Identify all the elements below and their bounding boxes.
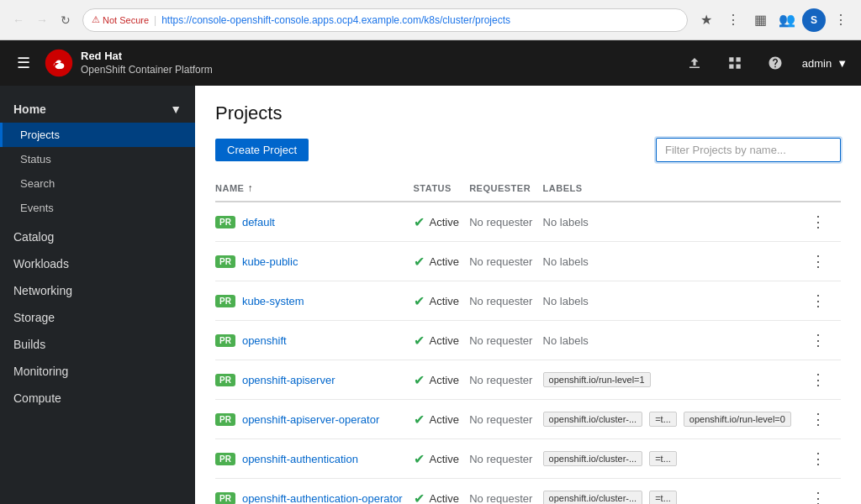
row-actions-button[interactable]: ⋮ (806, 250, 831, 272)
labels-cell: openshift.io/cluster-...=t...openshift.i… (543, 412, 795, 427)
sidebar-item-home[interactable]: Home ▼ (0, 96, 195, 123)
forward-button[interactable]: → (32, 10, 52, 30)
sidebar-item-builds[interactable]: Builds (0, 331, 195, 358)
label-tag: =t... (649, 451, 677, 466)
dropdown-icon: ▼ (837, 57, 848, 70)
requester-value: No requester (469, 453, 532, 465)
help-icon (768, 55, 783, 71)
project-name-cell: PR default (215, 202, 414, 242)
browser-menu-button[interactable]: ⋮ (721, 8, 745, 32)
requester-value: No requester (469, 374, 532, 386)
label-tag: openshift.io/cluster-... (543, 491, 643, 504)
status-text: Active (430, 413, 459, 426)
status-text: Active (430, 216, 459, 228)
hamburger-menu-button[interactable]: ☰ (13, 50, 34, 76)
sidebar-item-compute[interactable]: Compute (0, 385, 195, 412)
sidebar-item-storage[interactable]: Storage (0, 304, 195, 331)
help-button[interactable] (762, 50, 789, 76)
status-cell: ✔ Active (414, 400, 470, 439)
active-status-icon: ✔ (414, 333, 425, 349)
filter-input[interactable] (656, 138, 841, 162)
svg-rect-5 (736, 65, 740, 69)
project-link[interactable]: kube-system (242, 295, 304, 307)
sidebar-item-networking[interactable]: Networking (0, 277, 195, 304)
requester-value: No requester (469, 334, 532, 347)
project-name-cell: PR openshift (215, 321, 414, 360)
pr-badge: PR (215, 492, 235, 505)
labels-cell: openshift.io/cluster-...=t... (543, 439, 806, 479)
user-menu-button[interactable]: admin ▼ (802, 57, 848, 70)
table-row: PR openshift-authentication ✔ Active No … (215, 439, 841, 479)
address-bar[interactable]: ⚠ Not Secure | https://console-openshift… (82, 8, 688, 32)
status-cell: ✔ Active (414, 242, 470, 281)
grid-icon (727, 55, 742, 71)
label-tag: openshift.io/run-level=1 (543, 372, 651, 387)
actions-cell: ⋮ (806, 360, 841, 400)
actions-cell: ⋮ (806, 400, 841, 439)
svg-rect-1 (689, 67, 700, 69)
labels-value: No labels (543, 334, 589, 347)
sidebar-item-catalog[interactable]: Catalog (0, 223, 195, 250)
not-secure-indicator: ⚠ Not Secure (92, 14, 149, 25)
project-link[interactable]: kube-public (242, 255, 298, 268)
row-actions-button[interactable]: ⋮ (806, 408, 831, 430)
row-actions-button[interactable]: ⋮ (806, 290, 831, 312)
status-cell: ✔ Active (414, 281, 470, 321)
labels-value: No labels (543, 216, 589, 228)
active-status-icon: ✔ (414, 214, 425, 230)
status-text: Active (430, 492, 459, 505)
url-text: https://console-openshift-console.apps.o… (161, 14, 510, 26)
sidebar-item-label: Projects (20, 129, 60, 141)
row-actions-button[interactable]: ⋮ (806, 211, 831, 233)
sidebar-item-projects[interactable]: Projects (0, 123, 195, 147)
labels-cell: No labels (543, 281, 806, 321)
project-link[interactable]: openshift-apiserver (242, 374, 335, 386)
active-status-icon: ✔ (414, 254, 425, 270)
extensions-button[interactable]: ▦ (748, 8, 772, 32)
project-link[interactable]: default (242, 216, 275, 228)
status-cell: ✔ Active (414, 439, 470, 479)
label-tag: openshift.io/cluster-... (543, 412, 643, 427)
reload-button[interactable]: ↻ (55, 10, 76, 30)
grid-button[interactable] (721, 50, 748, 76)
sidebar-item-workloads[interactable]: Workloads (0, 250, 195, 277)
chevron-down-icon: ▼ (170, 102, 182, 116)
create-project-button[interactable]: Create Project (215, 139, 309, 161)
project-link[interactable]: openshift (242, 334, 287, 347)
row-actions-button[interactable]: ⋮ (806, 487, 831, 504)
project-link[interactable]: openshift-authentication-operator (242, 492, 403, 505)
sidebar-item-status[interactable]: Status (0, 147, 195, 171)
svg-rect-3 (736, 57, 740, 61)
profile-button[interactable]: 👥 (775, 8, 799, 32)
row-actions-button[interactable]: ⋮ (806, 369, 831, 391)
user-avatar-button[interactable]: S (802, 8, 826, 32)
active-status-icon: ✔ (414, 491, 425, 505)
sidebar-item-label: Status (20, 153, 51, 165)
pr-badge: PR (215, 374, 235, 386)
project-link[interactable]: openshift-apiserver-operator (242, 413, 379, 426)
active-status-icon: ✔ (414, 372, 425, 388)
svg-rect-4 (729, 65, 733, 69)
requester-value: No requester (469, 255, 532, 268)
requester-value: No requester (469, 216, 532, 228)
sidebar-item-monitoring[interactable]: Monitoring (0, 358, 195, 385)
chrome-menu-button[interactable]: ⋮ (829, 8, 853, 32)
row-actions-button[interactable]: ⋮ (806, 448, 831, 470)
sidebar-item-events[interactable]: Events (0, 196, 195, 220)
brand-bottom: OpenShift Container Platform (81, 64, 213, 77)
projects-table: NAME ↑ STATUS REQUESTER LABELS PR defaul… (215, 176, 841, 504)
table-header-row: NAME ↑ STATUS REQUESTER LABELS (215, 176, 841, 202)
actions-cell: ⋮ (806, 321, 841, 360)
redhat-logo (44, 48, 74, 78)
requester-cell: No requester (469, 242, 542, 281)
labels-cell: openshift.io/cluster-...=t...openshift.i… (543, 400, 806, 439)
upload-button[interactable] (681, 50, 708, 76)
back-button[interactable]: ← (8, 10, 29, 30)
project-link[interactable]: openshift-authentication (242, 453, 358, 465)
sidebar-category-label: Compute (13, 391, 61, 405)
sidebar-item-search[interactable]: Search (0, 171, 195, 196)
row-actions-button[interactable]: ⋮ (806, 329, 831, 351)
bookmark-button[interactable]: ★ (695, 8, 718, 32)
browser-nav-buttons: ← → ↻ (8, 10, 76, 30)
main-area: Home ▼ Projects Status Search Events Cat… (0, 86, 861, 504)
